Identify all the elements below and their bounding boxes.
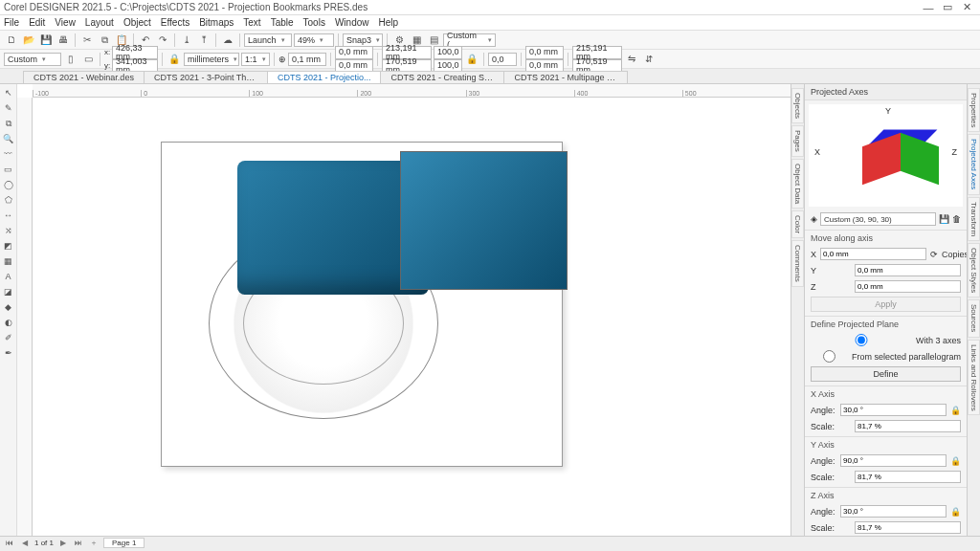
x-scale-field[interactable]: [855, 420, 961, 432]
docker-tab-pages[interactable]: Pages: [791, 125, 804, 157]
docker-tab-comments[interactable]: Comments: [791, 240, 804, 287]
plane-parallelogram-radio[interactable]: [811, 350, 848, 363]
connector-tool-icon[interactable]: ⤭: [2, 224, 15, 237]
export-icon[interactable]: ⤒: [196, 33, 212, 48]
plane-3axes-radio[interactable]: [811, 334, 912, 346]
doc-tab-active[interactable]: CDTS 2021 - Projectio...: [267, 71, 382, 83]
move-z-field[interactable]: [855, 280, 961, 293]
polygon-tool-icon[interactable]: ⬠: [2, 193, 15, 207]
next-page-icon[interactable]: ▶: [57, 539, 69, 547]
menu-tools[interactable]: Tools: [303, 17, 325, 28]
launch-combo[interactable]: Launch: [244, 33, 292, 47]
docker-tab-objects[interactable]: Objects: [791, 88, 804, 123]
lock-icon[interactable]: 🔒: [950, 456, 961, 466]
import-icon[interactable]: ⤓: [179, 33, 194, 48]
doc-tab[interactable]: CDTS 2021 - Webinar.des: [23, 71, 145, 83]
nudge-field[interactable]: 0,1 mm: [288, 53, 326, 66]
doc-tab[interactable]: CDTS 2021 - Creating Spare Parts Page PR…: [380, 71, 504, 83]
orientation-landscape-icon[interactable]: ▭: [80, 52, 96, 67]
page-preset-combo[interactable]: Custom: [4, 53, 61, 66]
units-combo[interactable]: millimeters: [184, 53, 239, 66]
menu-text[interactable]: Text: [243, 17, 260, 28]
docker-tab-properties[interactable]: Properties: [968, 88, 980, 132]
define-button[interactable]: Define: [811, 366, 961, 382]
lock-ratio-icon[interactable]: 🔒: [464, 52, 479, 67]
x-angle-field[interactable]: [840, 404, 947, 416]
lock-icon[interactable]: 🔒: [950, 507, 961, 517]
y-scale-field[interactable]: [855, 471, 961, 483]
freehand-tool-icon[interactable]: 〰: [2, 147, 15, 161]
menu-help[interactable]: Help: [379, 17, 399, 28]
orientation-portrait-icon[interactable]: ▯: [63, 52, 78, 67]
menu-bitmaps[interactable]: Bitmaps: [199, 17, 234, 28]
menu-edit[interactable]: Edit: [29, 17, 45, 28]
zoom-tool-icon[interactable]: 🔍: [2, 132, 15, 145]
table-tool-icon[interactable]: ▦: [2, 254, 15, 268]
shape-tool-icon[interactable]: ✎: [2, 101, 15, 115]
lock-icon[interactable]: 🔒: [950, 406, 961, 415]
callout-tool-icon[interactable]: ◩: [2, 239, 15, 253]
save-icon[interactable]: 💾: [38, 33, 54, 48]
apply-button[interactable]: Apply: [811, 297, 961, 312]
docker-tab-links[interactable]: Links and Rollovers: [968, 340, 980, 416]
close-button[interactable]: ✕: [957, 1, 976, 13]
menu-file[interactable]: File: [4, 17, 19, 28]
menu-window[interactable]: Window: [335, 17, 369, 28]
rotate-icon[interactable]: ⟳: [930, 250, 938, 259]
add-page-icon[interactable]: ＋: [88, 538, 100, 548]
doc-tab[interactable]: CDTS 2021 - 3-Point Thread PRES.des*: [144, 71, 268, 83]
transparency-tool-icon[interactable]: ◐: [2, 316, 15, 329]
text-tool-icon[interactable]: A: [2, 270, 15, 283]
lock-icon[interactable]: 🔒: [167, 52, 182, 67]
docker-tab-object-styles[interactable]: Object Styles: [968, 243, 980, 298]
move-y-field[interactable]: [855, 264, 961, 276]
drawing-canvas[interactable]: -1000100200300400500: [17, 84, 791, 536]
rectangle-tool-icon[interactable]: ▭: [2, 163, 15, 176]
print-icon[interactable]: 🖶: [56, 33, 71, 48]
menu-effects[interactable]: Effects: [161, 17, 189, 28]
z-angle-field[interactable]: [840, 505, 947, 518]
projected-tool-icon[interactable]: ◪: [2, 285, 15, 298]
docker-tab-objectdata[interactable]: Object Data: [791, 159, 804, 209]
move-x-field[interactable]: [820, 248, 926, 260]
snap-combo[interactable]: Snap3: [343, 33, 383, 47]
page-tab[interactable]: Page 1: [103, 538, 145, 548]
menu-layout[interactable]: Layout: [85, 17, 114, 28]
docker-tab-projected-axes[interactable]: Projected Axes: [968, 134, 980, 194]
rotation-field[interactable]: 0,0: [488, 53, 517, 66]
mirror-h-icon[interactable]: ⇋: [624, 52, 639, 67]
menu-view[interactable]: View: [55, 17, 76, 28]
save-preset-icon[interactable]: 💾: [939, 214, 949, 224]
prev-page-icon[interactable]: ◀: [19, 539, 31, 547]
docker-tab-transform[interactable]: Transform: [968, 197, 980, 241]
docker-tab-color[interactable]: Color: [791, 210, 804, 238]
artwork-detail-view[interactable]: [400, 151, 568, 290]
pick-tool-icon[interactable]: ↖: [2, 86, 15, 99]
y-angle-field[interactable]: [840, 454, 947, 467]
first-page-icon[interactable]: ⏮: [4, 539, 15, 547]
cut-icon[interactable]: ✂: [79, 33, 95, 48]
dimension-tool-icon[interactable]: ↔: [2, 209, 15, 222]
docker-tab-sources[interactable]: Sources: [968, 299, 980, 337]
minimize-button[interactable]: —: [919, 2, 938, 13]
mirror-v-icon[interactable]: ⇵: [641, 52, 657, 67]
outline-tool-icon[interactable]: ✒: [2, 346, 15, 360]
menu-table[interactable]: Table: [271, 17, 294, 28]
publish-icon[interactable]: ☁: [220, 33, 235, 48]
open-icon[interactable]: 📂: [21, 33, 36, 48]
ellipse-tool-icon[interactable]: ◯: [2, 178, 15, 191]
new-icon[interactable]: 🗋: [4, 33, 19, 48]
delete-preset-icon[interactable]: 🗑: [952, 214, 961, 224]
zoom-combo[interactable]: 49%: [294, 33, 334, 47]
crop-tool-icon[interactable]: ⧉: [2, 117, 15, 130]
fill-tool-icon[interactable]: ◆: [2, 300, 15, 314]
preset-combo[interactable]: Custom (30, 90, 30): [820, 212, 936, 226]
drawing-scale-combo[interactable]: 1:1: [241, 53, 270, 66]
doc-tab[interactable]: CDTS 2021 - Multipage PRES.des: [503, 71, 628, 83]
last-page-icon[interactable]: ⏭: [73, 539, 84, 547]
maximize-button[interactable]: ▭: [938, 1, 957, 13]
z-scale-field[interactable]: [855, 521, 961, 534]
axes-preview[interactable]: X Y Z: [809, 104, 963, 207]
menu-object[interactable]: Object: [123, 17, 151, 28]
workspace-combo[interactable]: Custom (…: [443, 33, 496, 47]
